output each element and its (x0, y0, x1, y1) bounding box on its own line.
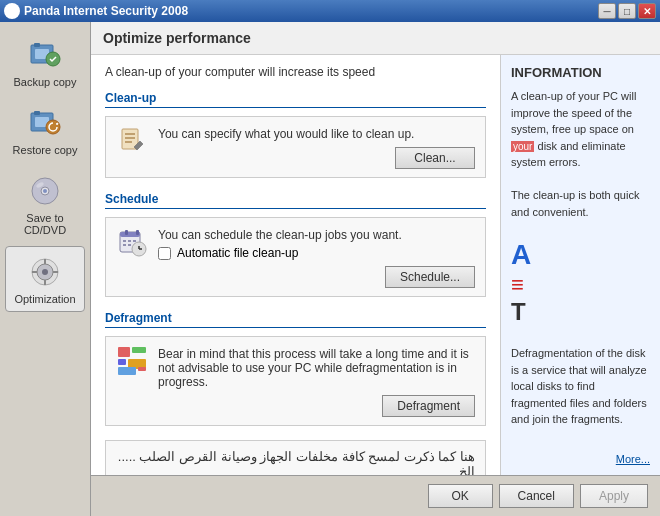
app-icon (4, 3, 20, 19)
cleanup-content: You can specify what you would like to c… (105, 116, 486, 178)
cleanup-text-col: You can specify what you would like to c… (158, 125, 475, 169)
sidebar-item-save-cd[interactable]: Save to CD/DVD (5, 166, 85, 242)
cleanup-btn-area: Clean... (158, 147, 475, 169)
info-panel: INFORMATION A clean-up of your PC will i… (500, 55, 660, 475)
info-text3: The clean-up is both quick and convenien… (511, 189, 639, 218)
content-title: Optimize performance (103, 30, 251, 46)
schedule-title: Schedule (105, 192, 486, 209)
letter-t: T (511, 298, 526, 325)
schedule-content: You can schedule the clean-up jobs you w… (105, 217, 486, 297)
info-more-link[interactable]: More... (511, 453, 650, 465)
schedule-text-col: You can schedule the clean-up jobs you w… (158, 226, 475, 288)
main-content: A clean-up of your computer will increas… (91, 55, 500, 475)
svg-rect-31 (128, 244, 131, 246)
cancel-button[interactable]: Cancel (499, 484, 574, 508)
info-text1: A clean-up of your PC will improve the s… (511, 90, 636, 135)
svg-rect-15 (44, 259, 46, 264)
auto-cleanup-row: Automatic file clean-up (158, 246, 475, 260)
letter-e-bar: ≡ (511, 272, 524, 297)
defragment-title: Defragment (105, 311, 486, 328)
defragment-section-icon (116, 345, 148, 377)
window-controls: ─ □ ✕ (598, 3, 656, 19)
main-container: Backup copy Restore copy (0, 22, 660, 516)
sidebar-restore-label: Restore copy (13, 144, 78, 156)
sidebar-optimization-label: Optimization (14, 293, 75, 305)
sidebar-item-optimization[interactable]: Optimization (5, 246, 85, 312)
backup-icon (26, 36, 64, 74)
defragment-content: Bear in mind that this process will take… (105, 336, 486, 426)
svg-point-10 (43, 189, 47, 193)
svg-rect-39 (118, 367, 136, 375)
save-cd-icon (26, 172, 64, 210)
letter-a: A (511, 239, 531, 270)
minimize-button[interactable]: ─ (598, 3, 616, 19)
defragment-section: Defragment (105, 311, 486, 426)
cleanup-description: You can specify what you would like to c… (158, 125, 475, 141)
svg-rect-17 (32, 271, 37, 273)
svg-rect-25 (125, 230, 128, 235)
auto-cleanup-checkbox[interactable] (158, 247, 171, 260)
sidebar-item-restore[interactable]: Restore copy (5, 98, 85, 162)
sidebar-backup-label: Backup copy (14, 76, 77, 88)
svg-rect-16 (44, 280, 46, 285)
svg-rect-20 (125, 133, 135, 135)
schedule-description: You can schedule the clean-up jobs you w… (158, 226, 475, 242)
cleanup-title: Clean-up (105, 91, 486, 108)
info-title: INFORMATION (511, 65, 650, 80)
svg-rect-6 (34, 111, 40, 115)
cleanup-section: Clean-up You can spec (105, 91, 486, 178)
svg-rect-28 (128, 240, 131, 242)
clean-button[interactable]: Clean... (395, 147, 475, 169)
schedule-section: Schedule (105, 192, 486, 297)
defragment-button[interactable]: Defragment (382, 395, 475, 417)
apply-button[interactable]: Apply (580, 484, 648, 508)
intro-text: A clean-up of your computer will increas… (105, 65, 486, 79)
arabic-text-section: هنا كما ذكرت لمسح كافة مخلفات الجهاز وصي… (105, 440, 486, 475)
maximize-button[interactable]: □ (618, 3, 636, 19)
content-body: A clean-up of your computer will increas… (91, 55, 660, 475)
svg-rect-35 (118, 347, 130, 357)
schedule-btn-area: Schedule... (158, 266, 475, 288)
svg-rect-40 (138, 367, 146, 371)
content-header: Optimize performance (91, 22, 660, 55)
auto-cleanup-label: Automatic file clean-up (177, 246, 298, 260)
content-area: Optimize performance A clean-up of your … (90, 22, 660, 516)
svg-rect-27 (123, 240, 126, 242)
bottom-bar: OK Cancel Apply (91, 475, 660, 516)
info-highlight: your (511, 141, 534, 152)
close-button[interactable]: ✕ (638, 3, 656, 19)
title-bar: Panda Internet Security 2008 ─ □ ✕ (0, 0, 660, 22)
cleanup-section-icon (116, 125, 148, 157)
optimization-icon (26, 253, 64, 291)
svg-rect-36 (132, 347, 146, 353)
schedule-button[interactable]: Schedule... (385, 266, 475, 288)
sidebar-savecd-label: Save to CD/DVD (9, 212, 81, 236)
svg-rect-2 (34, 43, 40, 47)
restore-icon (26, 104, 64, 142)
svg-point-14 (42, 269, 48, 275)
sidebar-item-backup[interactable]: Backup copy (5, 30, 85, 94)
defragment-description: Bear in mind that this process will take… (158, 345, 475, 389)
svg-rect-26 (136, 230, 139, 235)
svg-rect-22 (125, 141, 132, 143)
info-letters-decoration: A ≡ T (511, 241, 650, 325)
ok-button[interactable]: OK (428, 484, 493, 508)
svg-point-7 (46, 120, 60, 134)
arabic-text: هنا كما ذكرت لمسح كافة مخلفات الجهاز وصي… (118, 449, 475, 475)
sidebar: Backup copy Restore copy (0, 22, 90, 516)
info-text4: Defragmentation of the disk is a service… (511, 347, 647, 425)
svg-rect-37 (118, 359, 126, 365)
defragment-btn-area: Defragment (158, 395, 475, 417)
svg-rect-29 (133, 240, 136, 242)
svg-rect-21 (125, 137, 135, 139)
info-text: A clean-up of your PC will improve the s… (511, 88, 650, 449)
svg-rect-18 (53, 271, 58, 273)
window-title: Panda Internet Security 2008 (24, 4, 598, 18)
schedule-section-icon (116, 226, 148, 258)
svg-rect-30 (123, 244, 126, 246)
defragment-text-col: Bear in mind that this process will take… (158, 345, 475, 417)
